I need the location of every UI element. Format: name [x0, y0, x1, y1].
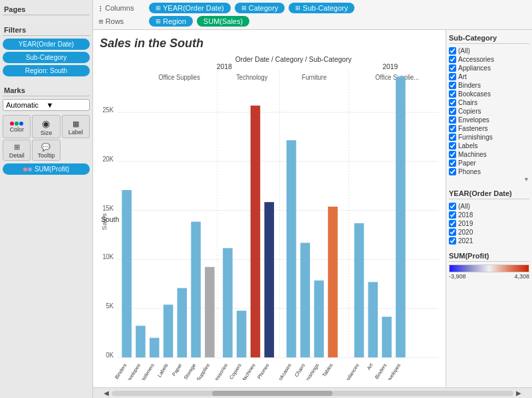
checkbox-input[interactable] — [449, 237, 456, 245]
checkbox-input[interactable] — [449, 203, 456, 210]
scroll-thumb[interactable] — [212, 391, 332, 396]
checkbox-input[interactable] — [449, 211, 456, 219]
svg-text:Envelopes: Envelopes — [124, 362, 142, 380]
checkbox-item-subcat[interactable]: Paper — [449, 159, 529, 167]
tooltip-mark-btn[interactable]: 💬 Tooltip — [32, 140, 60, 161]
svg-text:5K: 5K — [106, 302, 114, 310]
tooltip-label: Tooltip — [37, 152, 55, 159]
filter-year-pill[interactable]: YEAR(Order Date) — [3, 39, 90, 50]
checkbox-item-subcat[interactable]: Fasteners — [449, 124, 529, 133]
bar-supplies-2018 — [205, 267, 215, 357]
checkbox-input[interactable] — [449, 56, 456, 63]
checkbox-label: 2020 — [458, 229, 473, 236]
rows-pill-sales[interactable]: SUM(Sales) — [197, 16, 249, 27]
checkbox-input[interactable] — [449, 220, 456, 227]
checkbox-input[interactable] — [449, 90, 456, 98]
toolbar: ⫶ Columns ⊞ YEAR(Order Date) ⊞ Category … — [93, 0, 532, 30]
checkbox-item-subcat[interactable]: Chairs — [449, 98, 529, 107]
marks-type-dropdown[interactable]: Automatic ▼ — [3, 99, 90, 111]
rows-label: ≡ Rows — [98, 17, 145, 27]
detail-mark-btn[interactable]: ⊞ Detail — [3, 140, 31, 161]
checkbox-input[interactable] — [449, 116, 456, 124]
gradient-labels: -3,908 4,308 — [449, 273, 529, 280]
chart-main: Sales in the South 0K 5K 10K 15K 20K 25K… — [93, 30, 446, 387]
checkbox-input[interactable] — [449, 134, 456, 141]
gradient-max-label: 4,308 — [514, 273, 529, 280]
checkbox-item-subcat[interactable]: Envelopes — [449, 116, 529, 124]
checkbox-item-subcat[interactable]: Accessories — [449, 55, 529, 64]
checkbox-item-year[interactable]: 2020 — [449, 228, 529, 237]
svg-text:Fasteners: Fasteners — [138, 362, 156, 380]
checkbox-item-subcat[interactable]: Copiers — [449, 107, 529, 116]
svg-text:Furniture: Furniture — [302, 74, 327, 81]
color-mark-btn[interactable]: Color — [3, 115, 31, 138]
bar-machines-2018 — [251, 106, 261, 357]
filter-subcat-pill[interactable]: Sub-Category — [3, 52, 90, 63]
checkbox-item-subcat[interactable]: Phones — [449, 167, 529, 176]
size-icon: ◉ — [42, 118, 50, 129]
checkbox-item-subcat[interactable]: Binders — [449, 81, 529, 90]
gradient-min-label: -3,908 — [449, 273, 466, 280]
svg-text:2018: 2018 — [217, 62, 232, 71]
checkbox-item-subcat[interactable]: Appliances — [449, 64, 529, 72]
checkbox-input[interactable] — [449, 108, 456, 115]
marks-type-label: Automatic — [6, 101, 47, 109]
checkbox-label: Bookcases — [458, 90, 491, 98]
checkbox-input[interactable] — [449, 125, 456, 132]
checkbox-input[interactable] — [449, 159, 456, 167]
checkbox-input[interactable] — [449, 142, 456, 149]
svg-text:Accessories: Accessories — [209, 362, 229, 380]
svg-text:0K: 0K — [106, 351, 114, 359]
checkbox-input[interactable] — [449, 82, 456, 89]
svg-text:Phones: Phones — [256, 362, 270, 380]
profit-gradient-bar — [449, 264, 529, 272]
columns-pill-subcat[interactable]: ⊞ Sub-Category — [289, 3, 354, 13]
checkbox-item-subcat[interactable]: Bookcases — [449, 90, 529, 98]
checkbox-item-year[interactable]: (All) — [449, 202, 529, 211]
checkbox-input[interactable] — [449, 64, 456, 72]
main-content: ⫶ Columns ⊞ YEAR(Order Date) ⊞ Category … — [93, 0, 532, 398]
scroll-right-arrow[interactable]: ▶ — [516, 389, 521, 397]
columns-pill-category[interactable]: ⊞ Category — [235, 3, 285, 13]
rows-pill-region[interactable]: ⊞ Region — [149, 16, 193, 27]
pages-title: Pages — [3, 3, 90, 15]
size-mark-btn[interactable]: ◉ Size — [32, 115, 60, 138]
checkbox-input[interactable] — [449, 168, 456, 175]
checkbox-item-subcat[interactable]: (All) — [449, 47, 529, 55]
svg-text:Supplies: Supplies — [196, 362, 211, 380]
checkbox-input[interactable] — [449, 151, 456, 158]
checkbox-item-year[interactable]: 2018 — [449, 211, 529, 219]
checkbox-item-subcat[interactable]: Furnishings — [449, 133, 529, 142]
checkbox-item-subcat[interactable]: Machines — [449, 150, 529, 159]
bar-labels-2018 — [164, 305, 174, 357]
bar-copiers-2018 — [237, 311, 247, 357]
bar-paper-2018 — [177, 288, 187, 357]
svg-text:Technology: Technology — [236, 74, 267, 81]
svg-text:Envelopes: Envelopes — [384, 362, 402, 380]
svg-text:15K: 15K — [102, 204, 114, 211]
scroll-left-arrow[interactable]: ◀ — [104, 389, 109, 397]
checkbox-input[interactable] — [449, 73, 456, 80]
detail-label: Detail — [9, 152, 25, 159]
filter-region-pill[interactable]: Region: South — [3, 65, 90, 76]
checkbox-item-subcat[interactable]: Labels — [449, 142, 529, 150]
svg-text:20K: 20K — [102, 155, 114, 163]
checkbox-item-subcat[interactable]: Art — [449, 72, 529, 81]
checkbox-input[interactable] — [449, 47, 456, 54]
label-mark-btn[interactable]: ▦ Label — [62, 115, 90, 138]
checkbox-label: 2018 — [458, 211, 473, 219]
svg-text:South: South — [101, 215, 119, 223]
svg-text:Labels: Labels — [156, 362, 169, 379]
columns-pill-year[interactable]: ⊞ YEAR(Order Date) — [149, 3, 231, 13]
checkbox-input[interactable] — [449, 229, 456, 236]
checkbox-input[interactable] — [449, 99, 456, 106]
checkbox-label: 2021 — [458, 237, 473, 245]
sum-profit-pill[interactable]: SUM(Profit) — [3, 163, 90, 175]
checkbox-item-year[interactable]: 2021 — [449, 237, 529, 245]
checkbox-label: Labels — [458, 142, 477, 149]
checkbox-item-year[interactable]: 2019 — [449, 219, 529, 228]
scroll-track[interactable] — [112, 391, 513, 396]
color-icon — [10, 122, 23, 126]
svg-text:25K: 25K — [102, 106, 114, 114]
chart-area: 0K 5K 10K 15K 20K 25K Sales — [100, 56, 446, 380]
